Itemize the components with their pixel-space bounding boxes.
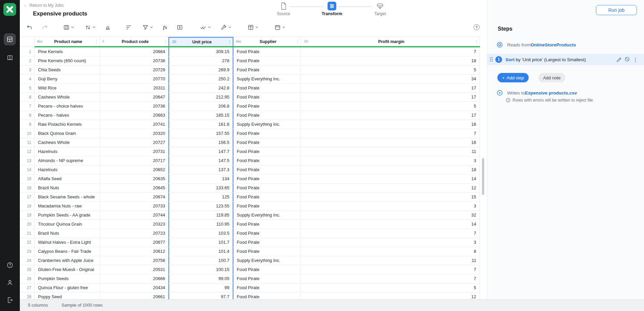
- step-more-menu-icon[interactable]: ⋮: [633, 57, 638, 62]
- cell[interactable]: 18: [301, 165, 480, 174]
- writes-to-step[interactable]: Writes to Expensive products.csv: [487, 89, 644, 97]
- cell[interactable]: 5: [301, 283, 480, 292]
- cell[interactable]: Macadamia Nuts - raw: [35, 202, 100, 210]
- cell[interactable]: 20736: [100, 102, 168, 111]
- cell[interactable]: Black Sesame Seeds - whole: [35, 193, 100, 201]
- cell[interactable]: 123.55: [168, 202, 233, 210]
- cell[interactable]: Food Pirate: [233, 102, 301, 111]
- cell[interactable]: Food Pirate: [233, 238, 301, 247]
- cell[interactable]: 137.3: [168, 165, 233, 174]
- cell[interactable]: Food Pirate: [233, 138, 301, 147]
- reads-from-source-link[interactable]: OnlineStoreProducts: [531, 42, 576, 47]
- cell[interactable]: Walnut Halves - Extra Light: [35, 238, 100, 247]
- cell[interactable]: Food Pirate: [233, 184, 301, 192]
- cell[interactable]: 269.9: [168, 66, 233, 74]
- vertical-scrollbar[interactable]: [482, 158, 484, 195]
- cell[interactable]: Chia Seeds: [35, 66, 100, 74]
- back-to-jobs-link[interactable]: ← Return to My Jobs: [24, 3, 64, 8]
- cell[interactable]: Food Pirate: [233, 265, 301, 274]
- cell[interactable]: Food Pirate: [233, 84, 301, 92]
- cell[interactable]: Food Pirate: [233, 56, 301, 65]
- cell[interactable]: 7: [301, 47, 480, 56]
- cell[interactable]: Supply Everything Inc.: [233, 211, 301, 220]
- cell[interactable]: Gluten-Free Muesli - Original: [35, 265, 100, 274]
- cell[interactable]: 17: [301, 111, 480, 120]
- column-menu-icon[interactable]: ⋮: [93, 39, 100, 44]
- cell[interactable]: Supply Everything Inc.: [233, 75, 301, 83]
- cell[interactable]: Pecans - choice halves: [35, 102, 100, 111]
- cell[interactable]: Black Quinoa Grain: [35, 129, 100, 138]
- cell[interactable]: 20320: [100, 129, 168, 138]
- cell[interactable]: Hazelnuts: [35, 147, 100, 156]
- cell[interactable]: 20652: [100, 165, 168, 174]
- column-header-product-code[interactable]: # Product code ⋮: [100, 37, 168, 46]
- edit-step-icon[interactable]: [616, 56, 621, 63]
- cell[interactable]: 16: [301, 138, 480, 147]
- cell[interactable]: Food Pirate: [233, 202, 301, 210]
- cell[interactable]: Food Pirate: [233, 47, 301, 56]
- row-filter-button[interactable]: [123, 22, 134, 33]
- cell[interactable]: 103.5: [168, 229, 233, 238]
- cell[interactable]: 12: [301, 184, 480, 192]
- cell[interactable]: Food Pirate: [233, 229, 301, 238]
- cell[interactable]: Food Pirate: [233, 111, 301, 120]
- cell[interactable]: 20663: [100, 111, 168, 120]
- cell[interactable]: Almonds - NP supreme: [35, 156, 100, 165]
- cell[interactable]: Food Pirate: [233, 129, 301, 138]
- table-menu-button[interactable]: [243, 22, 262, 33]
- cell[interactable]: 100.15: [168, 265, 233, 274]
- cell[interactable]: Tricolour Quinoa Grain: [35, 220, 100, 229]
- cell[interactable]: 7: [301, 129, 480, 138]
- cell[interactable]: Pumpkin Seeds: [35, 274, 100, 283]
- cell[interactable]: Raw Pistachio Kernels: [35, 120, 100, 129]
- split-column-button[interactable]: [174, 22, 185, 33]
- cell[interactable]: 8: [301, 247, 480, 256]
- step-source[interactable]: Source: [269, 1, 298, 16]
- cell[interactable]: Food Pirate: [233, 66, 301, 74]
- cell[interactable]: 133.65: [168, 184, 233, 192]
- cell[interactable]: 3: [301, 156, 480, 165]
- cell[interactable]: 147.7: [168, 147, 233, 156]
- cell[interactable]: 250.2: [168, 75, 233, 83]
- cell[interactable]: 7: [301, 229, 480, 238]
- sidebar-item-help[interactable]: [4, 259, 16, 271]
- cell[interactable]: Calypso Beans - Fair Trade: [35, 247, 100, 256]
- cell[interactable]: Goji Berry: [35, 75, 100, 83]
- run-job-button[interactable]: Run job: [596, 5, 637, 15]
- validate-menu-button[interactable]: [196, 22, 215, 33]
- cell[interactable]: 20645: [100, 184, 168, 192]
- cell[interactable]: Food Pirate: [233, 174, 301, 183]
- cell[interactable]: 11: [301, 147, 480, 156]
- step-target[interactable]: Target: [366, 1, 394, 16]
- sidebar-item-account[interactable]: [4, 276, 16, 288]
- cell[interactable]: 3: [301, 238, 480, 247]
- cell[interactable]: 20717: [100, 156, 168, 165]
- cell[interactable]: 20744: [100, 211, 168, 220]
- cell[interactable]: 20531: [100, 265, 168, 274]
- cell[interactable]: 20666: [100, 274, 168, 283]
- cell[interactable]: 278: [168, 56, 233, 65]
- cell[interactable]: 5: [301, 102, 480, 111]
- cell[interactable]: 7: [301, 265, 480, 274]
- cell[interactable]: Pine Kernels: [35, 47, 100, 56]
- cell[interactable]: 157.55: [168, 129, 233, 138]
- cell[interactable]: 16: [301, 120, 480, 129]
- filter-menu-button[interactable]: [138, 22, 157, 33]
- column-menu-icon[interactable]: ⋮: [295, 39, 301, 44]
- cell[interactable]: 20727: [100, 138, 168, 147]
- cell[interactable]: 20612: [100, 247, 168, 256]
- step-transform[interactable]: Transform: [317, 1, 346, 16]
- column-menu-icon[interactable]: ⋮: [162, 39, 168, 44]
- cell[interactable]: 20674: [100, 193, 168, 201]
- cell[interactable]: Food Pirate: [233, 247, 301, 256]
- cell[interactable]: 185.15: [168, 111, 233, 120]
- cell[interactable]: 20434: [100, 283, 168, 292]
- cell[interactable]: Food Pirate: [233, 193, 301, 201]
- sort-menu-button[interactable]: [81, 22, 100, 33]
- cell[interactable]: 15: [301, 193, 480, 201]
- cell[interactable]: Food Pirate: [233, 156, 301, 165]
- cell[interactable]: 20311: [100, 84, 168, 92]
- cell[interactable]: Food Pirate: [233, 93, 301, 102]
- cell[interactable]: 20323: [100, 220, 168, 229]
- cell[interactable]: Wild Rice: [35, 84, 100, 92]
